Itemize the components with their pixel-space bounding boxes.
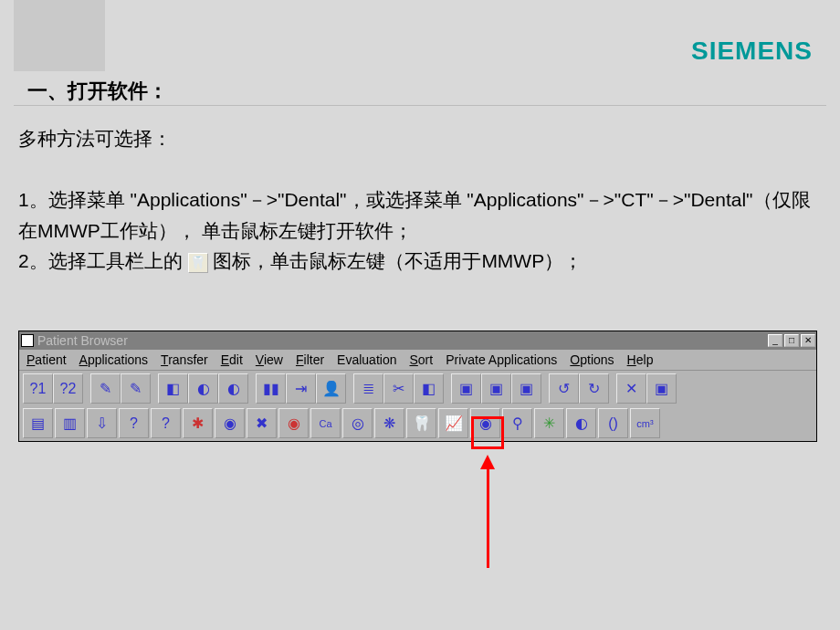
toolbar-button[interactable]: ≣: [353, 373, 383, 404]
toolbar-button[interactable]: ❋: [374, 408, 404, 438]
step-2-prefix: 2。选择工具栏上的: [18, 250, 183, 271]
menu-applications[interactable]: Applications: [79, 352, 149, 367]
section-title: 一、打开软件：: [27, 78, 168, 106]
step-1: 1。选择菜单 "Applications"－>"Dental"，或选择菜单 "A…: [18, 184, 813, 246]
toolbar-button[interactable]: ⇥: [286, 373, 316, 404]
siemens-logo: SIEMENS: [691, 37, 813, 66]
arrow-line: [487, 467, 489, 568]
toolbar-group: ▮▮⇥👤: [256, 373, 346, 404]
menu-edit[interactable]: Edit: [221, 352, 243, 367]
step-2-suffix: 图标，单击鼠标左键（不适用于MMWP）；: [213, 250, 583, 271]
toolbar-button[interactable]: (): [598, 408, 628, 438]
menu-options[interactable]: Options: [570, 352, 614, 367]
toolbar: ?1?2✎✎◧◐◐▮▮⇥👤≣✂◧▣▣▣↺↻✕▣▤▥⇩??✱◉✖◉Ca◎❋🦷📈◉⚲…: [19, 370, 816, 441]
intro-line: 多种方法可选择：: [18, 123, 813, 154]
toolbar-button[interactable]: ?: [151, 408, 181, 438]
toolbar-button[interactable]: ◐: [188, 373, 218, 404]
toolbar-button[interactable]: ◐: [218, 373, 248, 404]
toolbar-button[interactable]: ▣: [646, 373, 677, 404]
dental-button[interactable]: 🦷: [406, 408, 436, 438]
menubar: Patient Applications Transfer Edit View …: [19, 350, 816, 370]
toolbar-button[interactable]: ✳: [534, 408, 564, 438]
toolbar-group: ↺↻: [549, 373, 609, 404]
toolbar-group: ◧◐◐: [158, 373, 248, 404]
patient-browser-window: Patient Browser _ □ ✕ Patient Applicatio…: [18, 331, 817, 442]
toolbar-button[interactable]: ▣: [451, 373, 481, 404]
toolbar-button[interactable]: ◐: [566, 408, 596, 438]
toolbar-button[interactable]: ◉: [215, 408, 245, 438]
header-accent-block: [14, 0, 105, 71]
toolbar-button[interactable]: Ca: [310, 408, 341, 438]
system-icon[interactable]: [21, 334, 34, 347]
toolbar-group: ✕▣: [616, 373, 677, 404]
toolbar-button[interactable]: ◎: [342, 408, 373, 438]
titlebar: Patient Browser _ □ ✕: [19, 331, 816, 350]
toolbar-button[interactable]: cm³: [630, 408, 660, 438]
toolbar-button[interactable]: ✕: [616, 373, 646, 404]
toolbar-button[interactable]: ⇩: [87, 408, 117, 438]
menu-patient[interactable]: Patient: [26, 352, 67, 367]
toolbar-button[interactable]: ?: [119, 408, 149, 438]
toolbar-button[interactable]: 📈: [438, 408, 468, 438]
toolbar-button[interactable]: ▮▮: [256, 373, 286, 404]
toolbar-button[interactable]: ✎: [90, 373, 121, 404]
toolbar-button[interactable]: ✂: [383, 373, 414, 404]
toolbar-button[interactable]: ?1: [23, 373, 53, 404]
menu-help[interactable]: Help: [627, 352, 654, 367]
toolbar-button[interactable]: ✖: [247, 408, 277, 438]
toolbar-button[interactable]: ?2: [53, 373, 83, 404]
menu-view[interactable]: View: [256, 352, 283, 367]
toolbar-button[interactable]: ⚲: [502, 408, 532, 438]
tooth-icon: 🦷: [188, 253, 208, 273]
maximize-button[interactable]: □: [784, 334, 799, 347]
menu-private-applications[interactable]: Private Applications: [446, 352, 557, 367]
step-2: 2。选择工具栏上的 🦷 图标，单击鼠标左键（不适用于MMWP）；: [18, 246, 813, 277]
toolbar-group: ≣✂◧: [353, 373, 444, 404]
toolbar-button[interactable]: ↻: [579, 373, 609, 404]
toolbar-group: ✎✎: [90, 373, 151, 404]
toolbar-button[interactable]: ✎: [121, 373, 151, 404]
toolbar-button[interactable]: ▣: [511, 373, 541, 404]
toolbar-button[interactable]: ▤: [23, 408, 53, 438]
toolbar-group: ?1?2: [23, 373, 83, 404]
toolbar-button[interactable]: ◉: [278, 408, 309, 438]
toolbar-button[interactable]: 👤: [316, 373, 346, 404]
minimize-button[interactable]: _: [768, 334, 782, 347]
close-button[interactable]: ✕: [801, 334, 815, 347]
menu-filter[interactable]: Filter: [296, 352, 324, 367]
window-title: Patient Browser: [37, 333, 128, 348]
toolbar-button[interactable]: ▣: [481, 373, 511, 404]
toolbar-button[interactable]: ▥: [55, 408, 85, 438]
toolbar-button[interactable]: ↺: [549, 373, 579, 404]
divider: [14, 105, 826, 106]
toolbar-button[interactable]: ✱: [183, 408, 213, 438]
toolbar-button[interactable]: ◧: [414, 373, 444, 404]
body-text: 多种方法可选择： 1。选择菜单 "Applications"－>"Dental"…: [18, 123, 813, 277]
menu-sort[interactable]: Sort: [409, 352, 433, 367]
toolbar-group: ▣▣▣: [451, 373, 541, 404]
toolbar-button[interactable]: ◧: [158, 373, 188, 404]
menu-evaluation[interactable]: Evaluation: [337, 352, 396, 367]
menu-transfer[interactable]: Transfer: [161, 352, 208, 367]
toolbar-button[interactable]: ◉: [470, 408, 500, 438]
toolbar-row-2: ▤▥⇩??✱◉✖◉Ca◎❋🦷📈◉⚲✳◐()cm³: [23, 405, 813, 438]
